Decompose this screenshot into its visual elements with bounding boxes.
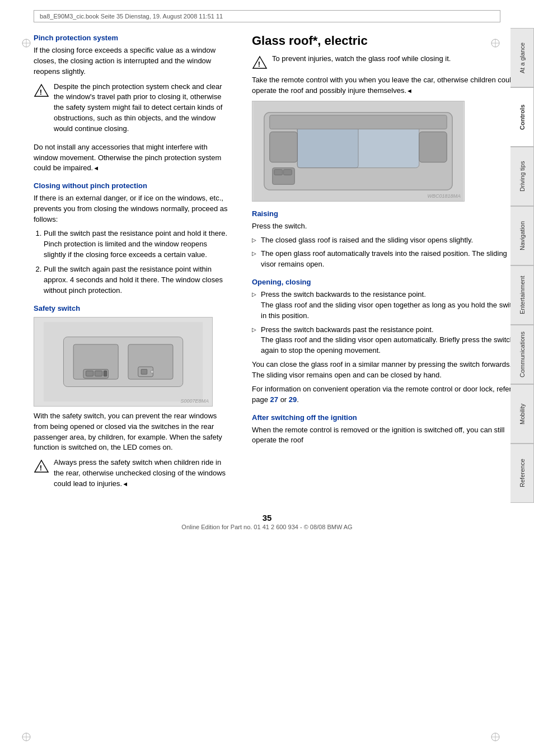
page-link-29[interactable]: 29 <box>289 395 297 404</box>
opening-p2: For information on convenient operation … <box>252 384 523 405</box>
opening-p1: You can close the glass roof in a simila… <box>252 360 523 381</box>
glass-image-watermark: WBC01818MA <box>427 193 461 199</box>
svg-rect-34 <box>419 132 447 162</box>
safety-p1: With the safety switch, you can prevent … <box>34 411 229 453</box>
after-p1: When the remote control is removed or th… <box>252 425 523 446</box>
raising-bullet-2: The open glass roof automatically travel… <box>252 249 523 270</box>
right-sidebar: At a glance Controls Driving tips Naviga… <box>510 28 534 503</box>
svg-rect-38 <box>284 169 292 175</box>
svg-rect-37 <box>274 169 283 175</box>
warning-icon-2: ! <box>34 459 49 474</box>
safety-warning-text: Always press the safety switch when chil… <box>54 458 229 489</box>
svg-text:!: ! <box>258 60 260 68</box>
raising-bullets: The closed glass roof is raised and the … <box>252 235 523 270</box>
svg-point-24 <box>151 370 153 373</box>
svg-text:!: ! <box>40 464 42 472</box>
glass-roof-image: WBC01818MA <box>252 101 465 202</box>
pinch-warning-box: ! Despite the pinch protection system ch… <box>34 82 229 138</box>
corner-mark-bl <box>21 732 31 744</box>
glass-end-marker: ◄ <box>406 87 413 94</box>
page-link-27[interactable]: 27 <box>270 395 278 404</box>
tab-communications[interactable]: Communications <box>510 325 534 384</box>
left-column: Pinch protection system If the closing f… <box>0 28 241 503</box>
svg-rect-19 <box>86 371 93 376</box>
tab-at-a-glance[interactable]: At a glance <box>510 28 534 87</box>
pinch-warning-text: Despite the pinch protection system chec… <box>54 82 229 134</box>
closing-step-1: Pull the switch past the resistance poin… <box>44 228 229 260</box>
safety-heading: Safety switch <box>34 304 229 312</box>
page-footer: 35 Online Edition for Part no. 01 41 2 6… <box>0 508 534 533</box>
svg-rect-23 <box>141 369 147 374</box>
tab-mobility[interactable]: Mobility <box>510 384 534 444</box>
safety-image-watermark: S0007E8MA <box>180 398 209 404</box>
top-bar: ba8_E90M3_cic.book Seite 35 Dienstag, 19… <box>34 10 500 22</box>
tab-controls[interactable]: Controls <box>510 87 534 147</box>
opening-heading: Opening, closing <box>252 278 523 286</box>
opening-bullets: Press the switch backwards to the resist… <box>252 290 523 356</box>
footer-text: Online Edition for Part no. 01 41 2 600 … <box>181 524 352 530</box>
raising-heading: Raising <box>252 209 523 218</box>
tab-driving-tips[interactable]: Driving tips <box>510 147 534 206</box>
pinch-heading: Pinch protection system <box>34 34 229 42</box>
warning-icon-1: ! <box>34 83 49 99</box>
top-bar-text: ba8_E90M3_cic.book Seite 35 Dienstag, 19… <box>40 13 223 20</box>
closing-heading: Closing without pinch protection <box>34 181 229 190</box>
closing-p1: If there is an external danger, or if ic… <box>34 193 229 225</box>
pinch-p1: If the closing force exceeds a specific … <box>34 45 229 77</box>
closing-step-2: Pull the switch again past the resistanc… <box>44 264 229 296</box>
glass-roof-heading: Glass roof*, electric <box>252 34 523 48</box>
content-area: Pinch protection system If the closing f… <box>0 28 534 503</box>
pinch-end-marker: ◄ <box>93 165 99 171</box>
svg-rect-20 <box>95 371 102 376</box>
svg-rect-33 <box>270 132 297 162</box>
raising-bullet-1: The closed glass roof is raised and the … <box>252 235 523 246</box>
page: ba8_E90M3_cic.book Seite 35 Dienstag, 19… <box>0 10 534 756</box>
safety-switch-image: S0007E8MA <box>34 317 213 407</box>
glass-p1: Take the remote control with you when yo… <box>252 75 523 96</box>
warning-icon-3: ! <box>252 55 268 71</box>
right-column: Glass roof*, electric ! To prevent injur… <box>241 28 534 503</box>
glass-warning-box: ! To prevent injuries, watch the glass r… <box>252 54 523 71</box>
tab-navigation[interactable]: Navigation <box>510 206 534 265</box>
opening-bullet-1: Press the switch backwards to the resist… <box>252 290 523 321</box>
raising-p1: Press the switch. <box>252 221 523 232</box>
glass-warning-text: To prevent injuries, watch the glass roo… <box>272 54 523 64</box>
tab-reference[interactable]: Reference <box>510 444 534 503</box>
page-number: 35 <box>0 513 534 522</box>
svg-rect-35 <box>270 115 447 129</box>
svg-rect-21 <box>104 371 106 376</box>
tab-entertainment[interactable]: Entertainment <box>510 265 534 325</box>
safety-end-marker: ◄ <box>122 480 128 487</box>
safety-warning-box: ! Always press the safety switch when ch… <box>34 458 229 493</box>
svg-text:!: ! <box>40 88 42 96</box>
closing-steps-list: Pull the switch past the resistance poin… <box>44 228 229 296</box>
pinch-p2: Do not install any accessories that migh… <box>34 142 229 174</box>
after-heading: After switching off the ignition <box>252 413 523 422</box>
corner-mark-br <box>490 732 500 744</box>
opening-bullet-2: Press the switch backwards past the resi… <box>252 325 523 357</box>
